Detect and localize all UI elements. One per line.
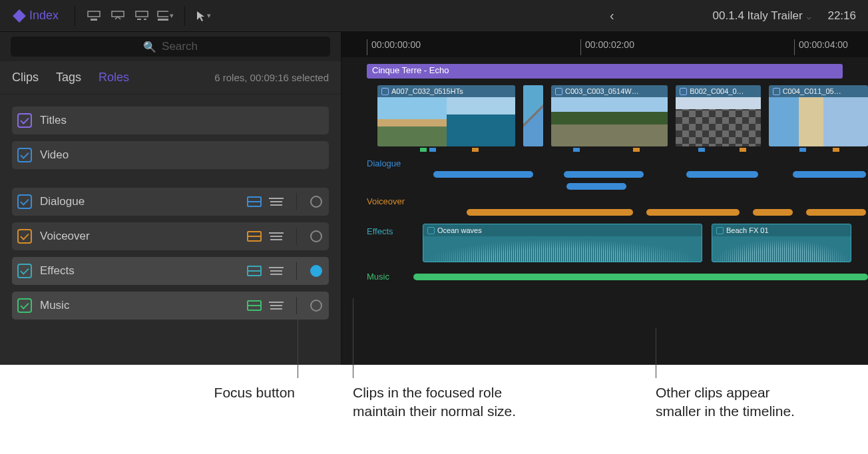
divider bbox=[75, 6, 75, 26]
role-name: Dialogue bbox=[40, 195, 239, 208]
effects-clip[interactable]: Beach FX 01 bbox=[712, 224, 851, 262]
role-row-dialogue[interactable]: Dialogue bbox=[12, 188, 329, 216]
checkbox-icon[interactable] bbox=[17, 298, 32, 313]
index-icon bbox=[13, 9, 26, 23]
dialogue-lane-2 bbox=[367, 182, 868, 192]
role-row-effects[interactable]: Effects bbox=[12, 257, 329, 285]
audio-clip[interactable] bbox=[566, 183, 626, 190]
project-title[interactable]: 00.1.4 Italy Trailer ⌵ bbox=[713, 9, 813, 23]
audio-clip[interactable] bbox=[686, 171, 758, 178]
index-sidebar: 🔍 Search Clips Tags Roles 6 roles, 00:09… bbox=[0, 32, 341, 365]
chevron-down-icon: ▾ bbox=[168, 11, 175, 20]
waveform-icon bbox=[712, 239, 851, 262]
audio-clip[interactable] bbox=[467, 209, 633, 216]
svg-rect-2 bbox=[112, 11, 124, 17]
chevron-down-icon: ▾ bbox=[206, 11, 212, 20]
svg-rect-0 bbox=[88, 11, 100, 17]
role-row-music[interactable]: Music bbox=[12, 292, 329, 320]
index-label: Index bbox=[29, 9, 59, 23]
role-row-titles[interactable]: Titles bbox=[12, 107, 329, 134]
transition[interactable] bbox=[523, 85, 543, 146]
audio-clip[interactable] bbox=[433, 171, 533, 178]
clip-markers bbox=[367, 148, 868, 154]
show-lane-icon[interactable] bbox=[247, 266, 262, 276]
clip-label: C003_C003_0514W… bbox=[551, 85, 668, 97]
connect-tool-icon[interactable] bbox=[85, 7, 103, 25]
overwrite-tool-icon[interactable]: ▾ bbox=[156, 7, 175, 25]
tab-clips[interactable]: Clips bbox=[12, 71, 39, 85]
pointer-tool-icon[interactable]: ▾ bbox=[194, 7, 213, 25]
chevron-down-icon: ⌵ bbox=[805, 13, 813, 21]
waveform-icon bbox=[423, 239, 702, 262]
focus-button[interactable] bbox=[310, 230, 322, 242]
show-lane-icon[interactable] bbox=[247, 196, 262, 207]
focus-button[interactable] bbox=[310, 196, 322, 208]
collapse-subroles-icon[interactable] bbox=[270, 267, 283, 275]
tab-roles[interactable]: Roles bbox=[99, 71, 129, 85]
title-clip[interactable]: Cinque Terre - Echo bbox=[367, 64, 843, 79]
audio-clip[interactable] bbox=[806, 209, 866, 216]
search-row: 🔍 Search bbox=[0, 32, 341, 61]
checkbox-icon[interactable] bbox=[17, 113, 32, 128]
clip-label: Beach FX 01 bbox=[712, 224, 851, 236]
append-tool-icon[interactable] bbox=[132, 7, 151, 25]
audio-clip[interactable] bbox=[564, 171, 644, 178]
search-input[interactable]: 🔍 Search bbox=[11, 37, 330, 57]
svg-rect-3 bbox=[136, 11, 148, 17]
roles-list: Titles Video Dialogue Voiceo bbox=[0, 95, 341, 365]
music-clip[interactable] bbox=[413, 274, 868, 280]
lane-label-effects: Effects bbox=[367, 224, 413, 236]
audio-clip[interactable] bbox=[753, 209, 793, 216]
focus-button[interactable] bbox=[310, 300, 322, 312]
lane-label-music: Music bbox=[367, 272, 403, 282]
role-row-voiceover[interactable]: Voiceover bbox=[12, 222, 329, 250]
annotations: Focus button Clips in the focused role m… bbox=[0, 365, 868, 454]
collapse-subroles-icon[interactable] bbox=[270, 198, 283, 206]
collapse-subroles-icon[interactable] bbox=[270, 302, 283, 310]
search-placeholder: Search bbox=[162, 40, 198, 53]
audio-clip[interactable] bbox=[793, 171, 866, 178]
callout-focus: Focus button bbox=[202, 383, 295, 402]
role-name: Effects bbox=[40, 264, 239, 278]
collapse-subroles-icon[interactable] bbox=[270, 232, 283, 240]
checkbox-icon[interactable] bbox=[17, 264, 32, 278]
checkbox-icon[interactable] bbox=[17, 194, 32, 209]
role-name: Video bbox=[40, 148, 322, 162]
clip-label: Ocean waves bbox=[423, 224, 702, 236]
project-duration: 22:16 bbox=[827, 9, 856, 23]
divider bbox=[184, 6, 185, 26]
roles-selection-info: 6 roles, 00:09:16 selected bbox=[146, 72, 329, 83]
primary-storyline: A007_C032_0515HTs C003_C003_0514W… B002_… bbox=[341, 85, 868, 146]
role-row-video[interactable]: Video bbox=[12, 141, 329, 169]
music-lane: Music bbox=[341, 272, 868, 282]
clip-label: C004_C011_05… bbox=[769, 85, 868, 97]
effects-clip[interactable]: Ocean waves bbox=[423, 224, 702, 262]
search-icon: 🔍 bbox=[143, 41, 156, 53]
show-lane-icon[interactable] bbox=[247, 231, 262, 242]
callout-focused-role: Clips in the focused role maintain their… bbox=[353, 383, 526, 421]
checkbox-icon[interactable] bbox=[17, 229, 32, 244]
ruler-tick: 00:00:00:00 bbox=[371, 39, 421, 50]
effects-lane: Effects Ocean waves Beach FX 01 bbox=[341, 224, 868, 262]
video-clip[interactable]: C003_C003_0514W… bbox=[551, 85, 668, 146]
ruler-tick: 00:00:02:00 bbox=[585, 39, 634, 50]
insert-tool-icon[interactable] bbox=[108, 7, 127, 25]
video-clip[interactable]: B002_C004_0… bbox=[676, 85, 760, 146]
checkbox-icon[interactable] bbox=[17, 148, 32, 162]
voiceover-lane bbox=[367, 208, 868, 218]
toolbar: Index ▾ ▾ ‹ 00.1.4 Italy Trailer ⌵ 22:16 bbox=[0, 0, 868, 32]
video-clip[interactable]: A007_C032_0515HTs bbox=[377, 85, 515, 146]
timeline-ruler[interactable]: 00:00:00:00 00:00:02:00 00:00:04:00 bbox=[341, 32, 868, 57]
audio-clip[interactable] bbox=[646, 209, 740, 216]
lane-label-voiceover: Voiceover bbox=[341, 196, 868, 206]
index-tabs: Clips Tags Roles 6 roles, 00:09:16 selec… bbox=[0, 61, 341, 95]
lane-label-dialogue: Dialogue bbox=[341, 158, 868, 168]
role-name: Titles bbox=[40, 114, 322, 127]
timeline[interactable]: 00:00:00:00 00:00:02:00 00:00:04:00 Cinq… bbox=[341, 32, 868, 365]
history-back-icon[interactable]: ‹ bbox=[610, 8, 614, 23]
focus-button[interactable] bbox=[310, 265, 322, 277]
tab-tags[interactable]: Tags bbox=[56, 71, 81, 85]
show-lane-icon[interactable] bbox=[247, 300, 262, 311]
index-button[interactable]: Index bbox=[8, 6, 65, 25]
video-clip[interactable]: C004_C011_05… bbox=[769, 85, 868, 146]
